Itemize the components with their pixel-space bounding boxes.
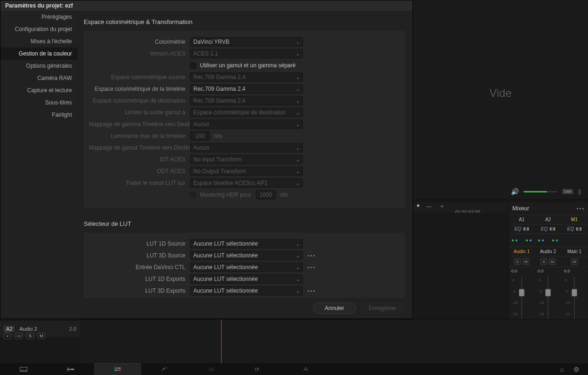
channel-id[interactable]: A1 xyxy=(509,215,535,224)
label-limit-gamut: Limiter la sortie gamut à xyxy=(89,109,190,116)
select-cs-source: Rec.709 Gamma 2.4⌄ xyxy=(190,72,303,82)
dim-button[interactable]: DIM xyxy=(562,189,574,194)
select-colorimetry[interactable]: DaVinci YRVB ⌄ xyxy=(190,37,303,47)
svg-rect-6 xyxy=(114,367,117,368)
checkbox-separate-gamut[interactable] xyxy=(190,63,196,69)
mixer-menu-icon[interactable] xyxy=(577,208,584,209)
select-idt: No Input Transform⌄ xyxy=(190,155,303,164)
timeline-track-area[interactable] xyxy=(80,319,588,363)
speaker-icon[interactable]: 🔊 xyxy=(511,188,519,195)
meter-icon[interactable]: ▯ xyxy=(578,188,581,195)
lut-more-icon[interactable] xyxy=(308,267,315,268)
chevron-down-icon: ⌄ xyxy=(296,87,300,92)
solo-button[interactable]: S xyxy=(514,258,521,265)
add-marker-icon[interactable]: + xyxy=(440,203,444,210)
lut-select-3[interactable]: Aucune LUT sélectionnée⌄ xyxy=(190,274,303,284)
svg-rect-1 xyxy=(21,370,22,371)
cancel-button[interactable]: Annuler xyxy=(313,303,356,314)
lut-label-1: LUT 3D Source xyxy=(89,252,190,259)
marker-icon[interactable] xyxy=(417,204,420,207)
sidebar-item-3[interactable]: Gestion de la couleur xyxy=(0,48,78,60)
sidebar-item-0[interactable]: Préréglages xyxy=(0,11,78,23)
sidebar-item-2[interactable]: Mises à l'échelle xyxy=(0,35,78,48)
label-cs-timeline: Espace colorimétrique de la timeline xyxy=(89,86,190,92)
chevron-down-icon: ⌄ xyxy=(296,253,300,258)
select-cs-timeline[interactable]: Rec.709 Gamma 2.4⌄ xyxy=(190,84,303,94)
lut-more-icon[interactable] xyxy=(308,255,315,256)
home-icon[interactable]: ⌂ xyxy=(560,366,564,373)
select-odt: No Output Transform⌄ xyxy=(190,167,303,176)
svg-rect-7 xyxy=(117,367,121,368)
page-tab-color[interactable] xyxy=(188,363,235,375)
mute-button[interactable]: M xyxy=(571,258,578,265)
page-tab-cut[interactable] xyxy=(47,363,94,375)
page-tab-fusion[interactable] xyxy=(141,363,188,375)
pan-control[interactable] xyxy=(509,234,535,247)
lut-select-1[interactable]: Aucune LUT sélectionnée⌄ xyxy=(190,251,303,260)
channel-name: Main 1 xyxy=(561,247,588,256)
eq-button[interactable]: EQ▮▯▮ xyxy=(535,224,561,234)
lut-more-icon[interactable] xyxy=(308,290,315,292)
label-colorimetry: Colorimétrie xyxy=(89,39,190,45)
page-tab-deliver[interactable] xyxy=(282,363,329,375)
pan-control[interactable] xyxy=(535,234,561,247)
chevron-down-icon: ⌄ xyxy=(296,288,300,294)
record-icon[interactable]: ▭ xyxy=(15,333,23,339)
page-tab-media[interactable] xyxy=(0,363,47,375)
select-aces-version: ACES 1.1 ⌄ xyxy=(190,49,303,58)
sidebar-item-5[interactable]: Caméra RAW xyxy=(0,72,78,84)
chevron-down-icon: ⌄ xyxy=(296,40,300,45)
channel-name: Audio 2 xyxy=(535,247,561,256)
lut-select-4[interactable]: Aucune LUT sélectionnée⌄ xyxy=(190,286,303,295)
label-lut-node: Traiter le nœud LUT sur xyxy=(89,180,190,186)
channel-db: 0.0 xyxy=(509,267,535,275)
channel-name: Audio 1 xyxy=(509,247,535,256)
chevron-down-icon: ⌄ xyxy=(296,145,300,151)
pan-control[interactable] xyxy=(561,234,588,247)
svg-rect-3 xyxy=(25,370,26,371)
lut-select-2[interactable]: Aucune LUT sélectionnée⌄ xyxy=(190,263,303,272)
lut-label-3: LUT 1D Exports xyxy=(89,276,190,282)
solo-button[interactable]: S xyxy=(26,333,34,339)
label-hdr: Mastering HDR pour xyxy=(200,191,251,198)
page-tab-fairlight[interactable] xyxy=(235,363,282,375)
mute-button[interactable]: M xyxy=(549,258,556,265)
label-gamma-map: Mappage de gamma Timeline vers Destina. xyxy=(89,121,190,128)
svg-rect-4 xyxy=(67,368,70,370)
chevron-down-icon: ⌄ xyxy=(296,169,300,174)
lock-icon[interactable]: ⭑ xyxy=(4,333,11,339)
mute-button[interactable]: M xyxy=(523,258,529,265)
channel-id[interactable]: M1 xyxy=(561,215,588,224)
chevron-down-icon: ⌄ xyxy=(296,98,300,104)
checkbox-hdr xyxy=(190,192,196,198)
page-tab-edit[interactable] xyxy=(94,363,141,375)
sidebar-item-8[interactable]: Fairlight xyxy=(0,109,78,121)
sidebar-item-1[interactable]: Configuration du projet xyxy=(0,23,78,35)
select-cs-dest: Rec.709 Gamma 2.4⌄ xyxy=(190,96,303,105)
svg-rect-0 xyxy=(20,367,27,371)
settings-icon[interactable]: ⚙ xyxy=(573,366,580,373)
lut-label-2: Entrée DaVinci CTL xyxy=(89,264,190,271)
project-settings-dialog: Paramètres du projet: ezf PréréglagesCon… xyxy=(0,0,413,319)
sidebar-item-7[interactable]: Sous-titres xyxy=(0,96,78,109)
playhead[interactable] xyxy=(221,319,222,363)
mute-button[interactable]: M xyxy=(38,333,45,339)
volume-controls: 🔊 DIM ▯ xyxy=(511,188,582,195)
chevron-down-icon: ⌄ xyxy=(296,241,300,247)
unit-nits-hdr: nits xyxy=(279,191,288,198)
sidebar-item-6[interactable]: Capture et lecture xyxy=(0,84,78,96)
chevron-down-icon: ⌄ xyxy=(296,277,300,282)
volume-slider[interactable] xyxy=(524,191,557,192)
channel-id[interactable]: A2 xyxy=(535,215,561,224)
label-odt: ODT ACES xyxy=(89,168,190,175)
eq-button[interactable]: EQ▮▯▮ xyxy=(561,224,588,234)
lut-select-0[interactable]: Aucune LUT sélectionnée⌄ xyxy=(190,239,303,248)
lut-panel: LUT 1D SourceAucune LUT sélectionnée⌄LUT… xyxy=(83,232,406,298)
chevron-down-icon: ⌄ xyxy=(296,51,300,56)
label-cs-dest: Espace colorimétrique de destination xyxy=(89,97,190,104)
solo-button[interactable]: S xyxy=(540,258,547,265)
chevron-down-icon: ⌄ xyxy=(296,110,300,115)
eq-button[interactable]: EQ▮▯▮ xyxy=(509,224,535,234)
dialog-title: Paramètres du projet: ezf xyxy=(0,0,413,11)
sidebar-item-4[interactable]: Options générales xyxy=(0,60,78,72)
